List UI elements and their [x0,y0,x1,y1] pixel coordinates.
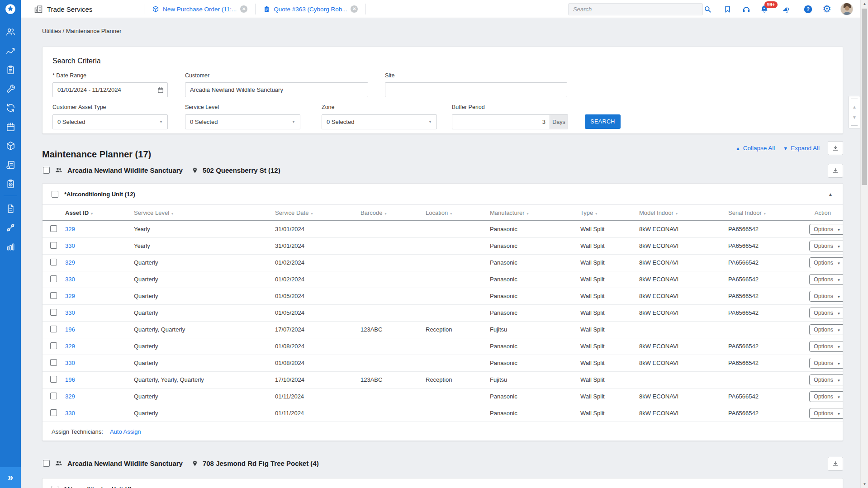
buffer-period-input[interactable] [452,115,550,129]
asset-id-link[interactable]: 329 [65,393,75,400]
column-header-serial-indoor[interactable]: Serial Indoor▾ [725,205,806,221]
asset-percent-icon[interactable] [0,218,21,237]
inspection-clipboard-icon[interactable] [0,174,21,193]
tab-close-icon[interactable]: ✕ [240,5,247,13]
options-button[interactable]: Options ▼ [809,257,843,268]
cell-type: Wall Split [577,355,636,371]
announcements-icon[interactable] [781,4,792,14]
tab-new-purchase-order[interactable]: New Purchase Order (11:... ✕ [144,0,255,18]
app-logo[interactable] [0,0,21,18]
asset-id-link[interactable]: 329 [65,259,75,266]
asset-id-link[interactable]: 330 [65,410,75,417]
options-button[interactable]: Options ▼ [809,308,843,318]
options-button[interactable]: Options ▼ [809,408,843,419]
group-checkbox[interactable] [43,460,50,467]
options-button[interactable]: Options ▼ [809,374,843,385]
document-icon[interactable] [0,199,21,218]
options-button[interactable]: Options ▼ [809,391,843,402]
auto-assign-link[interactable]: Auto Assign [110,428,141,435]
asset-id-link[interactable]: 329 [65,293,75,299]
expand-all-link[interactable]: ▼Expand All [783,145,820,152]
row-checkbox[interactable] [50,309,57,316]
row-checkbox[interactable] [50,393,57,399]
invoice-icon[interactable] [0,155,21,174]
group-download-button[interactable] [828,164,843,178]
date-range-input[interactable] [53,83,167,97]
site-field [385,82,567,97]
tab-close-icon[interactable]: ✕ [351,5,358,13]
group-download-button[interactable] [828,457,843,471]
scrollbar-up-arrow[interactable]: ▲ [861,0,868,8]
avatar[interactable] [840,3,853,15]
scrollbar-thumb[interactable] [862,9,867,185]
asset-id-link[interactable]: 196 [65,326,75,333]
column-header-location[interactable]: Location▾ [422,205,486,221]
scrollbar-down-arrow[interactable]: ▼ [861,480,868,488]
row-checkbox[interactable] [50,242,57,249]
asset-id-link[interactable]: 330 [65,276,75,283]
row-checkbox[interactable] [50,409,57,416]
options-button[interactable]: Options ▼ [809,291,843,302]
calendar-icon[interactable] [0,117,21,136]
options-button[interactable]: Options ▼ [809,241,843,251]
asset-id-link[interactable]: 329 [65,343,75,350]
column-header-service-date[interactable]: Service Date▾ [271,205,357,221]
row-checkbox[interactable] [50,275,57,282]
asset-id-link[interactable]: 196 [65,376,75,383]
row-checkbox[interactable] [50,225,57,232]
row-checkbox[interactable] [50,342,57,349]
zone-select[interactable]: 0 Selected ▼ [322,114,437,129]
jobs-clipboard-icon[interactable] [0,60,21,79]
options-button[interactable]: Options ▼ [809,224,843,235]
customer-input[interactable] [185,83,368,97]
inventory-cube-icon[interactable] [0,136,21,155]
page-scrollbar[interactable]: ▲ ▼ [860,0,868,488]
asset-group-checkbox[interactable] [52,191,58,198]
collapse-all-link[interactable]: ▲Collapse All [735,145,775,152]
wrench-icon[interactable] [0,79,21,98]
bell-add-icon[interactable]: 99+ [759,4,770,14]
column-header-type[interactable]: Type▾ [577,205,636,221]
asset-id-link[interactable]: 329 [65,226,75,232]
help-icon[interactable]: ? [802,4,813,14]
service-level-select[interactable]: 0 Selected ▼ [185,114,300,129]
row-checkbox[interactable] [50,259,57,265]
collapse-panel-icon[interactable]: ▲ [828,192,833,197]
bookmark-icon[interactable] [722,4,733,14]
jump-up-icon[interactable]: ▲ [852,104,857,109]
column-header-manufacturer[interactable]: Manufacturer▾ [486,205,577,221]
sales-trend-icon[interactable] [0,41,21,60]
jump-down-icon[interactable]: ▼ [852,115,857,120]
row-checkbox[interactable] [50,326,57,332]
group-checkbox[interactable] [43,167,50,174]
gear-icon[interactable]: ⚙ [821,4,832,14]
tab-quote-363[interactable]: Quote #363 (Cyborg Rob... ✕ [256,0,365,18]
column-header-asset-id[interactable]: Asset ID▾ [62,205,130,221]
column-header-barcode[interactable]: Barcode▾ [357,205,422,221]
recurring-icon[interactable] [0,98,21,117]
options-button[interactable]: Options ▼ [809,274,843,285]
options-button[interactable]: Options ▼ [809,358,843,369]
download-all-button[interactable] [828,141,843,155]
search-icon[interactable] [702,4,713,14]
customer-asset-type-select[interactable]: 0 Selected ▼ [52,114,168,129]
asset-group-checkbox[interactable] [52,486,58,488]
reports-bars-icon[interactable] [0,237,21,256]
column-header-service-level[interactable]: Service Level▾ [130,205,271,221]
asset-id-link[interactable]: 330 [65,242,75,249]
asset-id-link[interactable]: 330 [65,309,75,316]
global-search-input[interactable] [569,4,702,15]
row-checkbox[interactable] [50,292,57,299]
row-checkbox[interactable] [50,376,57,383]
search-button[interactable]: SEARCH [585,114,621,129]
sidebar-expand-button[interactable]: » [0,467,21,488]
column-header-model-indoor[interactable]: Model Indoor▾ [636,205,725,221]
asset-id-link[interactable]: 330 [65,360,75,366]
customers-icon[interactable] [0,22,21,41]
site-input[interactable] [385,83,567,97]
calendar-picker-icon[interactable] [157,86,164,94]
headset-icon[interactable] [741,4,752,14]
options-button[interactable]: Options ▼ [809,341,843,352]
row-checkbox[interactable] [50,359,57,366]
options-button[interactable]: Options ▼ [809,324,843,335]
